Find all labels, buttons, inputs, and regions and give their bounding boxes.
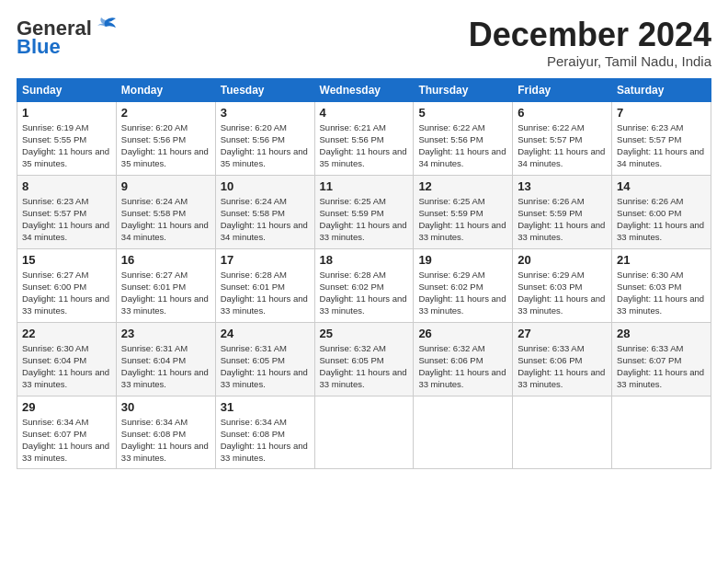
- table-row: 1 Sunrise: 6:19 AMSunset: 5:55 PMDayligh…: [17, 101, 711, 175]
- day-cell-29: 29 Sunrise: 6:34 AMSunset: 6:07 PMDaylig…: [17, 396, 117, 468]
- calendar-header-row: Sunday Monday Tuesday Wednesday Thursday…: [17, 78, 711, 101]
- day-cell-25: 25 Sunrise: 6:32 AMSunset: 6:05 PMDaylig…: [314, 322, 414, 396]
- title-block: December 2024 Peraiyur, Tamil Nadu, Indi…: [469, 17, 711, 69]
- day-cell-27: 27 Sunrise: 6:33 AMSunset: 6:06 PMDaylig…: [513, 322, 612, 396]
- day-cell-2: 2 Sunrise: 6:20 AMSunset: 5:56 PMDayligh…: [116, 101, 215, 175]
- month-title: December 2024: [469, 17, 711, 53]
- col-thursday: Thursday: [414, 78, 513, 101]
- location: Peraiyur, Tamil Nadu, India: [469, 53, 711, 69]
- day-cell-1: 1 Sunrise: 6:19 AMSunset: 5:55 PMDayligh…: [17, 101, 117, 175]
- day-cell-19: 19 Sunrise: 6:29 AMSunset: 6:02 PMDaylig…: [414, 248, 513, 322]
- logo: General Blue: [17, 17, 118, 57]
- day-cell-4: 4 Sunrise: 6:21 AMSunset: 5:56 PMDayligh…: [314, 101, 414, 175]
- empty-cell: [314, 396, 414, 468]
- table-row: 29 Sunrise: 6:34 AMSunset: 6:07 PMDaylig…: [17, 396, 711, 468]
- col-sunday: Sunday: [17, 78, 117, 101]
- day-cell-23: 23 Sunrise: 6:31 AMSunset: 6:04 PMDaylig…: [116, 322, 215, 396]
- day-cell-28: 28 Sunrise: 6:33 AMSunset: 6:07 PMDaylig…: [612, 322, 711, 396]
- table-row: 15 Sunrise: 6:27 AMSunset: 6:00 PMDaylig…: [17, 248, 711, 322]
- empty-cell: [414, 396, 513, 468]
- day-cell-26: 26 Sunrise: 6:32 AMSunset: 6:06 PMDaylig…: [414, 322, 513, 396]
- day-cell-10: 10 Sunrise: 6:24 AMSunset: 5:58 PMDaylig…: [215, 175, 314, 248]
- empty-cell: [612, 396, 711, 468]
- table-row: 22 Sunrise: 6:30 AMSunset: 6:04 PMDaylig…: [17, 322, 711, 396]
- calendar-page: General Blue December 2024 Peraiyur, Tam…: [0, 0, 728, 563]
- day-cell-22: 22 Sunrise: 6:30 AMSunset: 6:04 PMDaylig…: [17, 322, 117, 396]
- day-cell-5: 5 Sunrise: 6:22 AMSunset: 5:56 PMDayligh…: [414, 101, 513, 175]
- day-cell-31: 31 Sunrise: 6:34 AMSunset: 6:08 PMDaylig…: [215, 396, 314, 468]
- col-wednesday: Wednesday: [314, 78, 414, 101]
- day-cell-20: 20 Sunrise: 6:29 AMSunset: 6:03 PMDaylig…: [513, 248, 612, 322]
- empty-cell: [513, 396, 612, 468]
- table-row: 8 Sunrise: 6:23 AMSunset: 5:57 PMDayligh…: [17, 175, 711, 248]
- calendar-table: Sunday Monday Tuesday Wednesday Thursday…: [17, 78, 711, 469]
- day-cell-16: 16 Sunrise: 6:27 AMSunset: 6:01 PMDaylig…: [116, 248, 215, 322]
- day-cell-12: 12 Sunrise: 6:25 AMSunset: 5:59 PMDaylig…: [414, 175, 513, 248]
- col-tuesday: Tuesday: [215, 78, 314, 101]
- day-cell-7: 7 Sunrise: 6:23 AMSunset: 5:57 PMDayligh…: [612, 101, 711, 175]
- day-cell-17: 17 Sunrise: 6:28 AMSunset: 6:01 PMDaylig…: [215, 248, 314, 322]
- day-cell-11: 11 Sunrise: 6:25 AMSunset: 5:59 PMDaylig…: [314, 175, 414, 248]
- header: General Blue December 2024 Peraiyur, Tam…: [17, 17, 711, 69]
- day-cell-18: 18 Sunrise: 6:28 AMSunset: 6:02 PMDaylig…: [314, 248, 414, 322]
- day-cell-9: 9 Sunrise: 6:24 AMSunset: 5:58 PMDayligh…: [116, 175, 215, 248]
- day-cell-30: 30 Sunrise: 6:34 AMSunset: 6:08 PMDaylig…: [116, 396, 215, 468]
- day-cell-14: 14 Sunrise: 6:26 AMSunset: 6:00 PMDaylig…: [612, 175, 711, 248]
- day-cell-13: 13 Sunrise: 6:26 AMSunset: 5:59 PMDaylig…: [513, 175, 612, 248]
- day-cell-3: 3 Sunrise: 6:20 AMSunset: 5:56 PMDayligh…: [215, 101, 314, 175]
- col-friday: Friday: [513, 78, 612, 101]
- day-cell-24: 24 Sunrise: 6:31 AMSunset: 6:05 PMDaylig…: [215, 322, 314, 396]
- day-cell-21: 21 Sunrise: 6:30 AMSunset: 6:03 PMDaylig…: [612, 248, 711, 322]
- logo-text-blue: Blue: [17, 37, 61, 57]
- day-cell-15: 15 Sunrise: 6:27 AMSunset: 6:00 PMDaylig…: [17, 248, 117, 322]
- logo-bird-icon: [94, 17, 118, 37]
- col-monday: Monday: [116, 78, 215, 101]
- day-cell-6: 6 Sunrise: 6:22 AMSunset: 5:57 PMDayligh…: [513, 101, 612, 175]
- col-saturday: Saturday: [612, 78, 711, 101]
- day-cell-8: 8 Sunrise: 6:23 AMSunset: 5:57 PMDayligh…: [17, 175, 117, 248]
